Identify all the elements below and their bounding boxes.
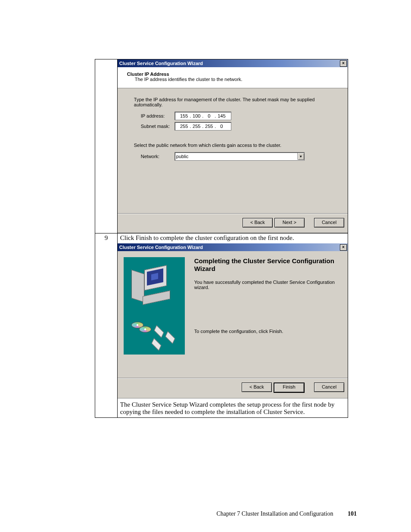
dialog1-heading: Cluster IP Address [127, 72, 341, 77]
ip-octet-3[interactable]: 0 [203, 113, 215, 118]
dialog2-cell: Click Finish to complete the cluster con… [117, 233, 348, 418]
chevron-down-icon[interactable]: ▼ [297, 153, 304, 160]
step-outro-text: The Cluster Service Setup Wizard complet… [118, 398, 348, 417]
dialog2-para2: To complete the configuration, click Fin… [194, 329, 338, 334]
dialog1-titlebar: Cluster Service Configuration Wizard × [118, 59, 348, 67]
back-button[interactable]: < Back [242, 383, 272, 392]
dialog2-titlebar: Cluster Service Configuration Wizard × [118, 243, 348, 251]
subnet-octet-2[interactable]: 255 [191, 124, 202, 129]
ip-address-row: IP address: 155. 100. 0. 145 [141, 112, 331, 120]
subnet-octet-1[interactable]: 255 [178, 124, 190, 129]
dialog2-text-area: Completing the Cluster Service Configura… [194, 257, 338, 378]
completing-wizard-dialog: Cluster Service Configuration Wizard × [118, 243, 348, 398]
dialog2-title: Cluster Service Configuration Wizard [119, 245, 203, 250]
dialog2-para1: You have successfully completed the Clus… [194, 280, 338, 290]
network-select[interactable]: public ▼ [174, 152, 305, 161]
back-button[interactable]: < Back [243, 218, 273, 227]
page-number: 101 [348, 510, 357, 517]
page-footer: Chapter 7 Cluster Installation and Confi… [0, 510, 411, 517]
cluster-ip-dialog: Cluster Service Configuration Wizard × C… [118, 59, 348, 233]
subnet-octet-3[interactable]: 255 [203, 124, 215, 129]
step-cell-empty [95, 59, 118, 233]
dialog1-body: Type the IP address for management of th… [118, 88, 348, 213]
close-icon[interactable]: × [340, 60, 347, 67]
finish-button[interactable]: Finish [274, 383, 305, 393]
network-instruction: Select the public network from which cli… [134, 143, 331, 148]
ip-octet-1[interactable]: 155 [178, 113, 190, 118]
dialog2-heading: Completing the Cluster Service Configura… [194, 257, 338, 273]
close-icon[interactable]: × [340, 244, 347, 251]
step-number: 9 [95, 233, 118, 418]
dialog1-subheading: The IP address identifies the cluster to… [135, 77, 341, 82]
cancel-button[interactable]: Cancel [314, 383, 344, 392]
subnet-mask-input[interactable]: 255. 255. 255. 0 [174, 122, 231, 131]
dialog2-body: Completing the Cluster Service Configura… [118, 251, 348, 378]
ip-octet-2[interactable]: 100 [191, 113, 202, 118]
step-intro-text: Click Finish to complete the cluster con… [118, 233, 348, 243]
subnet-octet-4[interactable]: 0 [216, 124, 227, 129]
chapter-title: Chapter 7 Cluster Installation and Confi… [216, 510, 333, 517]
dialog2-button-bar: < BackFinish Cancel [118, 378, 348, 398]
cancel-button[interactable]: Cancel [314, 218, 344, 227]
dialog1-cell: Cluster Service Configuration Wizard × C… [117, 59, 348, 233]
network-label: Network: [141, 154, 174, 159]
dialog1-button-bar: < BackNext > Cancel [118, 214, 348, 233]
subnet-mask-row: Subnet mask: 255. 255. 255. 0 [141, 122, 331, 131]
instruction-table: Cluster Service Configuration Wizard × C… [95, 59, 348, 418]
ip-address-label: IP address: [141, 113, 174, 118]
next-button[interactable]: Next > [274, 218, 305, 227]
dialog1-header: Cluster IP Address The IP address identi… [118, 67, 348, 88]
ip-octet-4[interactable]: 145 [216, 113, 227, 118]
ip-instruction: Type the IP address for management of th… [134, 97, 331, 107]
ip-address-input[interactable]: 155. 100. 0. 145 [174, 112, 231, 120]
subnet-mask-label: Subnet mask: [141, 124, 174, 129]
network-row: Network: public ▼ [141, 152, 331, 161]
network-value: public [175, 154, 297, 159]
wizard-computer-graphic [124, 257, 185, 355]
dialog1-title: Cluster Service Configuration Wizard [119, 61, 203, 66]
